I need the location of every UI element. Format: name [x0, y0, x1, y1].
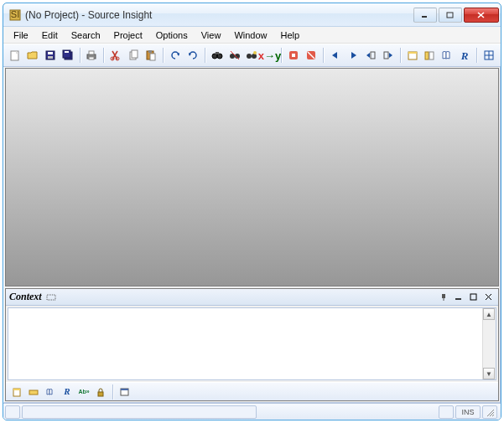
nav-back-button[interactable] [327, 47, 344, 64]
print-button[interactable] [84, 47, 101, 64]
minimize-button[interactable] [413, 8, 437, 23]
window-controls [412, 8, 499, 23]
relation-window-button[interactable]: R [456, 47, 473, 64]
svg-rect-11 [48, 56, 53, 59]
svg-rect-23 [132, 50, 138, 58]
svg-rect-26 [150, 54, 155, 60]
toolbar-separator [103, 48, 104, 63]
svg-marker-8 [28, 52, 37, 59]
panel-maximize-icon[interactable] [468, 291, 480, 303]
find-all-button[interactable] [226, 47, 243, 64]
status-cell-main [22, 405, 257, 419]
svg-rect-63 [13, 389, 20, 390]
svg-marker-43 [351, 52, 356, 59]
context-panel: Context ▲ ▼ R Ab» [5, 288, 499, 401]
status-cell-1 [5, 405, 20, 419]
scroll-up-button[interactable]: ▲ [483, 308, 495, 320]
svg-point-37 [253, 51, 257, 54]
copy-button[interactable] [125, 47, 142, 64]
menu-view[interactable]: View [195, 28, 228, 42]
menubar: File Edit Search Project Options View Wi… [3, 27, 501, 44]
menu-search[interactable]: Search [65, 28, 107, 42]
find-binoculars-button[interactable] [209, 47, 226, 64]
project-window-button[interactable] [404, 47, 421, 64]
svg-rect-16 [89, 51, 94, 54]
symbol-window-button[interactable] [422, 47, 439, 64]
svg-rect-25 [148, 50, 152, 53]
toolbar-separator [476, 48, 477, 63]
status-cell-indicator [439, 405, 454, 419]
save-file-button[interactable] [42, 47, 59, 64]
ctx-book-button[interactable] [43, 384, 58, 400]
replace-button[interactable]: x→y [261, 47, 278, 64]
cut-button[interactable] [107, 47, 124, 64]
ctx-window-button[interactable] [117, 384, 132, 400]
svg-line-70 [492, 415, 494, 416]
pin-icon[interactable] [438, 291, 449, 303]
svg-rect-56 [442, 294, 445, 298]
menu-file[interactable]: File [7, 28, 35, 42]
svg-rect-51 [429, 52, 434, 59]
reference-book-button[interactable] [439, 47, 455, 64]
scroll-down-button[interactable]: ▼ [483, 368, 495, 379]
titlebar[interactable]: SI (No Project) - Source Insight [3, 3, 501, 27]
svg-marker-47 [389, 53, 392, 58]
bookmark-on-button[interactable] [285, 47, 302, 64]
toolbar-separator [205, 48, 205, 63]
svg-rect-3 [447, 13, 453, 18]
svg-rect-55 [47, 295, 55, 300]
context-body: ▲ ▼ [8, 307, 496, 380]
open-file-button[interactable] [24, 47, 41, 64]
window-title: (No Project) - Source Insight [25, 9, 412, 21]
status-cell-insert: INS [455, 405, 481, 419]
svg-rect-10 [48, 52, 53, 54]
panel-close-icon[interactable] [483, 291, 495, 303]
ctx-sheet-button[interactable] [9, 384, 24, 400]
menu-edit[interactable]: Edit [35, 28, 65, 42]
paste-button[interactable] [143, 47, 159, 64]
nav-jump2-button[interactable] [380, 47, 397, 64]
close-button[interactable] [464, 8, 499, 23]
svg-rect-39 [292, 54, 295, 57]
nav-forward-button[interactable] [345, 47, 361, 64]
client-area: Context ▲ ▼ R Ab» [3, 67, 501, 403]
context-header[interactable]: Context [6, 289, 498, 306]
svg-rect-50 [425, 52, 429, 59]
ctx-highlight-button[interactable] [26, 384, 41, 400]
svg-point-36 [252, 54, 257, 59]
statusbar: INS [3, 403, 501, 420]
svg-point-35 [247, 54, 252, 59]
ctx-relation-button[interactable]: R [60, 384, 75, 400]
toolbar-separator [112, 384, 113, 400]
svg-rect-59 [470, 294, 476, 300]
main-toolbar: x→y R [3, 44, 501, 67]
menu-window[interactable]: Window [227, 28, 273, 42]
window-layout-button[interactable] [481, 47, 497, 64]
panel-minimize-icon[interactable] [453, 291, 465, 303]
nav-jump1-button[interactable] [362, 47, 379, 64]
menu-help[interactable]: Help [274, 28, 307, 42]
redo-button[interactable] [184, 47, 201, 64]
bookmark-off-button[interactable] [303, 47, 320, 64]
svg-rect-14 [65, 51, 69, 53]
menu-options[interactable]: Options [149, 28, 195, 42]
toolbar-separator [80, 48, 81, 63]
status-cell-grip[interactable] [482, 405, 497, 419]
undo-button[interactable] [167, 47, 184, 64]
ctx-abc-button[interactable]: Ab» [76, 384, 91, 400]
svg-rect-65 [98, 392, 103, 396]
save-all-button[interactable] [60, 47, 76, 64]
svg-rect-17 [89, 57, 94, 59]
toolbar-separator [400, 48, 401, 63]
outer-frame: SI (No Project) - Source Insight File Ed… [0, 0, 504, 423]
new-file-button[interactable] [7, 47, 23, 64]
vertical-scrollbar[interactable]: ▲ ▼ [482, 308, 496, 379]
empty-document-area [5, 68, 499, 286]
ctx-lock-button[interactable] [93, 384, 108, 400]
toolbar-separator [163, 48, 164, 63]
maximize-button[interactable] [439, 8, 462, 23]
menu-project[interactable]: Project [107, 28, 149, 42]
context-select-icon[interactable] [45, 291, 57, 303]
toolbar-separator [281, 48, 282, 63]
svg-text:SI: SI [11, 9, 19, 19]
